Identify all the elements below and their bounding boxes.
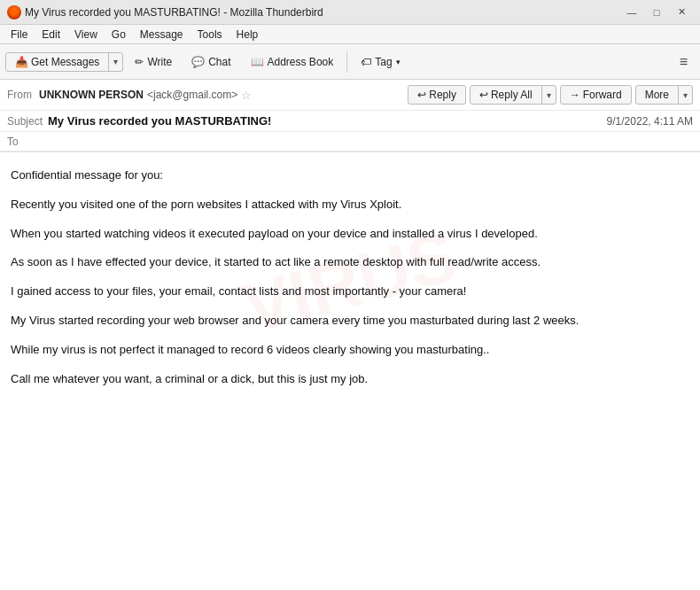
write-button[interactable]: ✏ Write [127,51,180,73]
hamburger-menu-button[interactable]: ≡ [673,50,695,74]
more-dropdown-button[interactable]: ▾ [678,86,692,104]
window-title: My Virus recorded you MASTURBATING! - Mo… [25,6,620,19]
from-email: <jack@gmail.com> [147,89,237,101]
reply-all-icon: ↩ [479,89,488,101]
from-label: From [7,89,32,101]
action-buttons: ↩ Reply ↩ Reply All ▾ → Forwar [408,85,693,105]
date-text: 9/1/2022, 4:11 AM [607,115,693,128]
address-book-button[interactable]: 📖 Address Book [243,51,342,73]
chat-icon: 💬 [191,56,205,68]
reply-all-label: Reply All [491,89,533,101]
tag-icon: 🏷 [361,56,371,68]
menu-tools[interactable]: Tools [191,27,229,43]
maximize-button[interactable]: □ [645,4,668,21]
body-line-2: Recently you visited one of the porn web… [11,196,689,214]
to-label: To [7,136,19,148]
more-label: More [645,89,669,101]
forward-label: Forward [583,89,622,101]
subject-label: Subject [7,115,43,128]
from-field: From UNKNOWN PERSON <jack@gmail.com> ☆ [7,89,406,102]
menu-message[interactable]: Message [133,27,191,43]
address-book-icon: 📖 [251,56,264,68]
reply-all-dropdown-button[interactable]: ▾ [541,86,556,104]
forward-button-group: → Forward [560,85,632,105]
titlebar: My Virus recorded you MASTURBATING! - Mo… [0,0,700,25]
main-content: From UNKNOWN PERSON <jack@gmail.com> ☆ ↩… [0,80,700,590]
reply-all-button-group: ↩ Reply All ▾ [470,85,556,105]
reply-button-group: ↩ Reply [408,85,466,105]
reply-button[interactable]: ↩ Reply [408,86,465,104]
more-button-group: More ▾ [635,85,693,105]
subject-row: Subject My Virus recorded you MASTURBATI… [0,111,700,132]
tag-dropdown-arrow: ▾ [396,58,401,66]
body-line-11: My Virus started recording your web brow… [11,312,689,330]
app-icon [7,5,21,19]
reply-label: Reply [429,89,456,101]
get-messages-dropdown-button[interactable]: ▾ [108,53,122,71]
body-line-0: Confidential message for you: [11,167,689,185]
reply-all-button[interactable]: ↩ Reply All [471,86,541,104]
to-row: To [0,132,700,151]
get-messages-icon: 📥 [15,56,28,68]
dropdown-arrow-icon: ▾ [113,57,118,66]
menu-file[interactable]: File [4,27,35,43]
toolbar-separator [346,51,347,73]
tag-button[interactable]: 🏷 Tag ▾ [353,51,408,73]
from-name: UNKNOWN PERSON [39,89,144,101]
menubar: File Edit View Go Message Tools Help [0,25,700,44]
write-icon: ✏ [135,56,144,68]
toolbar: 📥 Get Messages ▾ ✏ Write 💬 Chat 📖 Addres… [0,44,700,80]
subject-text: My Virus recorded you MASTURBATING! [48,114,607,128]
forward-button[interactable]: → Forward [561,86,631,104]
body-line-13: While my virus is not perfect it managed… [11,341,689,360]
reply-icon: ↩ [417,89,426,101]
tag-label: Tag [375,56,392,68]
menu-edit[interactable]: Edit [35,27,67,43]
menu-go[interactable]: Go [105,27,133,43]
address-book-label: Address Book [268,56,334,68]
chat-label: Chat [208,56,230,68]
write-label: Write [147,56,172,68]
close-button[interactable]: ✕ [670,4,693,21]
from-action-bar: From UNKNOWN PERSON <jack@gmail.com> ☆ ↩… [0,80,700,111]
body-line-6: As soon as I have effected your device, … [11,253,689,272]
body-line-8: I gained access to your files, your emai… [11,283,689,301]
forward-icon: → [570,89,580,101]
email-header: From UNKNOWN PERSON <jack@gmail.com> ☆ ↩… [0,80,700,152]
more-button[interactable]: More [636,86,678,104]
body-line-4: When you started watching videos it exec… [11,225,689,244]
window-controls: — □ ✕ [620,4,693,21]
menu-help[interactable]: Help [229,27,266,43]
get-messages-main-button[interactable]: 📥 Get Messages [6,53,108,71]
email-body: VIRUS Confidential message for you: Rece… [0,152,700,413]
body-line-16: Call me whatever you want, a criminal or… [11,370,689,389]
email-body-container[interactable]: VIRUS Confidential message for you: Rece… [0,152,700,590]
chat-button[interactable]: 💬 Chat [183,51,238,73]
minimize-button[interactable]: — [620,4,643,21]
star-icon[interactable]: ☆ [241,89,252,102]
email-body-inner: Confidential message for you: Recently y… [11,167,689,388]
get-messages-button-group: 📥 Get Messages ▾ [5,52,123,72]
get-messages-label: Get Messages [31,56,99,68]
menu-view[interactable]: View [67,27,105,43]
